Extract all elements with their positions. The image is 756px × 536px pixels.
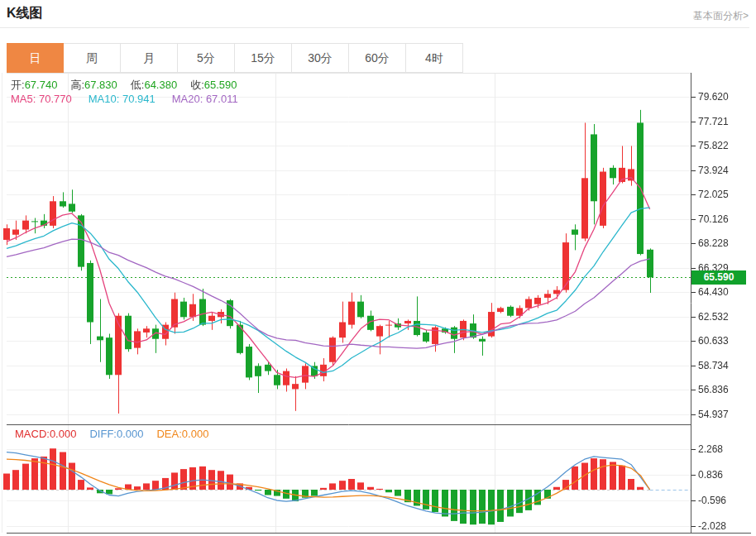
- y-axis-label: 77.721: [698, 115, 729, 128]
- y-axis-label: 58.734: [698, 359, 729, 372]
- ma5: MA5: 70.770: [11, 93, 72, 105]
- current-price-badge: 65.590: [691, 270, 746, 285]
- ohlc-high: 高:67.830: [70, 78, 117, 93]
- y-axis-label: 72.025: [698, 188, 729, 201]
- tab-weekly[interactable]: 周: [64, 43, 121, 73]
- macd-readout: MACD:0.000: [15, 428, 76, 440]
- ohlc-high-label: 高:: [70, 79, 84, 91]
- ma10-value: 70.941: [122, 93, 156, 105]
- diff-readout-value: 0.000: [117, 428, 144, 440]
- ohlc-low-value: 64.380: [144, 79, 177, 91]
- y-axis-label: 73.924: [698, 164, 729, 177]
- ma10-label: MA10:: [89, 93, 122, 105]
- tab-5min[interactable]: 5分: [178, 43, 235, 73]
- dea-readout: DEA:0.000: [156, 428, 208, 440]
- y-axis-label: 64.430: [698, 285, 729, 299]
- macd-axis-label: 2.268: [698, 443, 723, 456]
- ma20-label: MA20:: [172, 93, 206, 105]
- ma10: MA10: 70.941: [89, 93, 156, 105]
- y-axis-label: 68.228: [698, 237, 729, 250]
- y-axis-label: 70.126: [698, 213, 729, 226]
- ma20: MA20: 67.011: [172, 93, 238, 105]
- ohlc-high-value: 67.830: [84, 79, 117, 91]
- tab-monthly[interactable]: 月: [121, 43, 178, 73]
- y-axis-label: 75.822: [698, 139, 729, 152]
- ohlc-open-label: 开:: [11, 79, 25, 91]
- y-axis-label: 56.836: [698, 383, 729, 396]
- y-axis-label: 60.633: [698, 334, 729, 347]
- ma-readout: MA5: 70.770MA10: 70.941MA20: 67.011: [11, 93, 238, 105]
- ohlc-close-value: 65.590: [204, 79, 237, 91]
- macd-axis-label: -2.028: [698, 519, 726, 533]
- y-axis-label: 62.532: [698, 310, 729, 323]
- macd-readout: MACD:0.000DIFF:0.000DEA:0.000: [15, 428, 208, 440]
- tab-4hour[interactable]: 4时: [406, 43, 463, 73]
- tab-bar: 日周月5分15分30分60分4时: [7, 43, 463, 73]
- tab-30min[interactable]: 30分: [292, 43, 349, 73]
- y-axis-label: 79.620: [698, 90, 729, 103]
- y-axis-label: 54.937: [698, 408, 729, 421]
- tab-60min[interactable]: 60分: [349, 43, 406, 73]
- ohlc-open-value: 67.740: [25, 79, 58, 91]
- tab-15min[interactable]: 15分: [235, 43, 292, 73]
- macd-axis-label: -0.596: [698, 494, 726, 507]
- macd-readout-label: MACD:: [15, 428, 50, 440]
- macd-readout-value: 0.000: [50, 428, 77, 440]
- dea-readout-value: 0.000: [182, 428, 209, 440]
- tab-daily[interactable]: 日: [7, 43, 64, 73]
- ohlc-readout: 开:67.740高:67.830低:64.380收:65.590: [11, 78, 237, 93]
- ma20-value: 67.011: [206, 93, 238, 105]
- dea-readout-label: DEA:: [156, 428, 181, 440]
- ohlc-low: 低:64.380: [131, 78, 177, 93]
- macd-axis-label: 0.836: [698, 468, 723, 481]
- ohlc-low-label: 低:: [131, 79, 145, 91]
- ma5-value: 70.770: [39, 93, 72, 105]
- ohlc-open: 开:67.740: [11, 78, 57, 93]
- kline-widget: K线图 基本面分析> 日周月5分15分30分60分4时 开:67.740高:67…: [0, 0, 756, 536]
- ohlc-close-label: 收:: [190, 79, 204, 91]
- diff-readout-label: DIFF:: [89, 428, 117, 440]
- ma5-label: MA5:: [11, 93, 39, 105]
- diff-readout: DIFF:0.000: [89, 428, 143, 440]
- ohlc-close: 收:65.590: [190, 78, 237, 93]
